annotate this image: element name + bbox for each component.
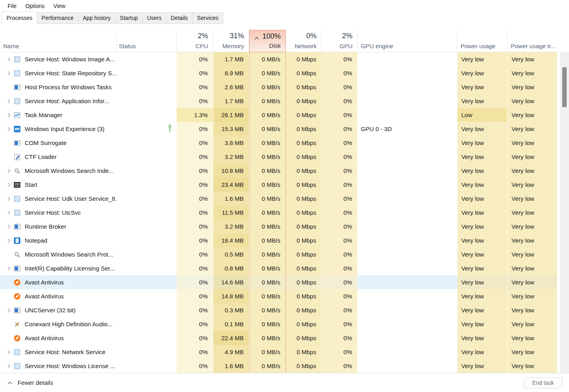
column-header-power-usage[interactable]: Power usage — [457, 30, 508, 52]
cpu-cell: 0% — [177, 233, 213, 247]
process-name-cell[interactable]: Microsoft Windows Search Inde... — [0, 164, 116, 178]
process-name-cell[interactable]: CTF Loader — [0, 150, 116, 164]
process-name-cell[interactable]: Avast Antivirus — [0, 275, 116, 289]
expand-chevron-icon[interactable] — [4, 182, 14, 187]
table-row[interactable]: Start0%23.4 MB0 MB/s0 Mbps0%Very lowVery… — [0, 178, 557, 192]
process-name-cell[interactable]: Microsoft Windows Search Prot... — [0, 247, 116, 261]
process-name-cell[interactable]: ⚙Service Host: UtcSvc — [0, 206, 116, 220]
gpu-engine-cell — [358, 233, 457, 247]
tab-services[interactable]: Services — [192, 12, 223, 24]
table-row[interactable]: Conexant High Definition Audio...0%0.1 M… — [0, 317, 557, 331]
table-row[interactable]: ⚙Service Host: Windows Image A...0%1.7 M… — [0, 52, 557, 66]
expand-chevron-icon[interactable] — [4, 57, 14, 62]
tab-details[interactable]: Details — [166, 12, 193, 24]
table-row[interactable]: ⚙Service Host: UtcSvc0%11.5 MB0 MB/s0 Mb… — [0, 206, 557, 220]
disk-cell: 0 MB/s — [249, 289, 286, 303]
cpu-cell: 0% — [177, 331, 213, 345]
expand-chevron-icon[interactable] — [4, 71, 14, 76]
table-row[interactable]: Windows Input Experience (3)0%15.3 MB0 M… — [0, 122, 557, 136]
process-name-cell[interactable]: Windows Input Experience (3) — [0, 122, 116, 136]
process-name-cell[interactable]: ⚙Service Host: Windows License ... — [0, 359, 116, 373]
column-header-gpu-engine[interactable]: GPU engine — [358, 30, 457, 52]
scrollbar-thumb[interactable] — [562, 67, 567, 107]
memory-cell: 0.3 MB — [213, 303, 249, 317]
process-name-cell[interactable]: Runtime Broker — [0, 220, 116, 233]
column-header-memory[interactable]: 31% Memory — [213, 30, 249, 52]
table-row[interactable]: Avast Antivirus0%14.6 MB0 MB/s0 Mbps0%Ve… — [0, 275, 557, 289]
table-row[interactable]: Notepad0%18.4 MB0 MB/s0 Mbps0%Very lowVe… — [0, 233, 557, 247]
network-cell: 0 Mbps — [286, 108, 322, 122]
gpu-engine-cell — [358, 136, 457, 150]
expand-chevron-icon[interactable] — [4, 113, 14, 118]
table-row[interactable]: CTF Loader0%3.2 MB0 MB/s0 Mbps0%Very low… — [0, 150, 557, 164]
process-name-cell[interactable]: Task Manager — [0, 108, 116, 122]
expand-chevron-icon[interactable] — [4, 196, 14, 201]
power-usage-trend-cell: Very low — [508, 122, 557, 136]
table-row[interactable]: COM Surrogate0%3.8 MB0 MB/s0 Mbps0%Very … — [0, 136, 557, 150]
process-table-body: ⚙Service Host: Windows Image A...0%1.7 M… — [0, 52, 557, 373]
tab-processes[interactable]: Processes — [2, 12, 37, 24]
column-header-status[interactable]: Status — [116, 30, 177, 52]
process-name-cell[interactable]: ⚙Service Host: Windows Image A... — [0, 52, 116, 66]
gpu-engine-cell — [358, 192, 457, 206]
process-name-cell[interactable]: Notepad — [0, 233, 116, 247]
expand-chevron-icon[interactable] — [4, 350, 14, 355]
table-row[interactable]: Intel(R) Capability Licensing Ser...0%0.… — [0, 261, 557, 275]
table-row[interactable]: Avast Antivirus0%14.8 MB0 MB/s0 Mbps0%Ve… — [0, 289, 557, 303]
process-name-cell[interactable]: Start — [0, 178, 116, 192]
tab-startup[interactable]: Startup — [115, 12, 143, 24]
column-header-disk-sorted[interactable]: 100% Disk — [249, 30, 286, 52]
process-name-cell[interactable]: ⚙Service Host: Udk User Service_8... — [0, 192, 116, 206]
table-row[interactable]: ⚙Service Host: Network Service0%4.9 MB0 … — [0, 345, 557, 359]
column-header-name[interactable]: Name — [0, 30, 116, 52]
network-cell: 0 Mbps — [286, 94, 322, 108]
memory-cell: 0.1 MB — [213, 317, 249, 331]
menu-view[interactable]: View — [49, 1, 70, 11]
process-name-cell[interactable]: ⚙Service Host: Application Infor... — [0, 94, 116, 108]
expand-chevron-icon[interactable] — [4, 210, 14, 215]
table-row[interactable]: ⚙Service Host: Application Infor...0%1.7… — [0, 94, 557, 108]
column-header-network[interactable]: 0% Network — [286, 30, 322, 52]
table-row[interactable]: Microsoft Windows Search Inde...0%10.8 M… — [0, 164, 557, 178]
table-row[interactable]: ⚙Service Host: Udk User Service_8...0%1.… — [0, 192, 557, 206]
column-header-gpu[interactable]: 2% GPU — [322, 30, 358, 52]
column-header-power-usage-trend[interactable]: Power usage tr... — [508, 30, 557, 52]
table-row[interactable]: ⚙Service Host: Windows License ...0%1.6 … — [0, 359, 557, 373]
expand-chevron-icon[interactable] — [4, 364, 14, 368]
gpu-cell: 0% — [322, 303, 358, 317]
memory-cell: 3.2 MB — [213, 220, 249, 233]
table-row[interactable]: ⚙Service Host: State Repository S...0%8.… — [0, 66, 557, 80]
vertical-scrollbar[interactable] — [560, 52, 569, 373]
expand-chevron-icon[interactable] — [4, 169, 14, 173]
table-row[interactable]: Avast Antivirus0%22.4 MB0 MB/s0 Mbps0%Ve… — [0, 331, 557, 345]
process-name-cell[interactable]: Host Process for Windows Tasks — [0, 80, 116, 94]
menu-file[interactable]: File — [3, 1, 21, 11]
table-row[interactable]: Host Process for Windows Tasks0%2.6 MB0 … — [0, 80, 557, 94]
expand-chevron-icon[interactable] — [4, 224, 14, 229]
expand-chevron-icon[interactable] — [4, 127, 14, 131]
tab-users[interactable]: Users — [142, 12, 167, 24]
table-row[interactable]: UNCServer (32 bit)0%0.3 MB0 MB/s0 Mbps0%… — [0, 303, 557, 317]
process-name-cell[interactable]: Conexant High Definition Audio... — [0, 317, 116, 331]
process-name-cell[interactable]: UNCServer (32 bit) — [0, 303, 116, 317]
table-row[interactable]: Runtime Broker0%3.2 MB0 MB/s0 Mbps0%Very… — [0, 220, 557, 233]
table-row[interactable]: Microsoft Windows Search Prot...0%0.5 MB… — [0, 247, 557, 261]
process-name-cell[interactable]: ⚙Service Host: State Repository S... — [0, 66, 116, 80]
fewer-details-toggle[interactable]: Fewer details — [0, 379, 53, 386]
menu-options[interactable]: Options — [21, 1, 49, 11]
process-name-cell[interactable]: ⚙Service Host: Network Service — [0, 345, 116, 359]
expand-chevron-icon[interactable] — [4, 238, 14, 243]
process-name-cell[interactable]: Avast Antivirus — [0, 331, 116, 345]
tab-app-history[interactable]: App history — [78, 12, 116, 24]
end-task-button[interactable]: End task — [524, 377, 562, 388]
column-header-cpu[interactable]: 2% CPU — [177, 30, 213, 52]
process-name-cell[interactable]: COM Surrogate — [0, 136, 116, 150]
network-cell: 0 Mbps — [286, 359, 322, 373]
table-row[interactable]: Task Manager1.3%26.1 MB0 MB/s0 Mbps0%Low… — [0, 108, 557, 122]
expand-chevron-icon[interactable] — [4, 266, 14, 271]
tab-performance[interactable]: Performance — [37, 12, 78, 24]
expand-chevron-icon[interactable] — [4, 99, 14, 104]
expand-chevron-icon[interactable] — [4, 308, 14, 313]
process-name-cell[interactable]: Intel(R) Capability Licensing Ser... — [0, 261, 116, 275]
process-name-cell[interactable]: Avast Antivirus — [0, 289, 116, 303]
